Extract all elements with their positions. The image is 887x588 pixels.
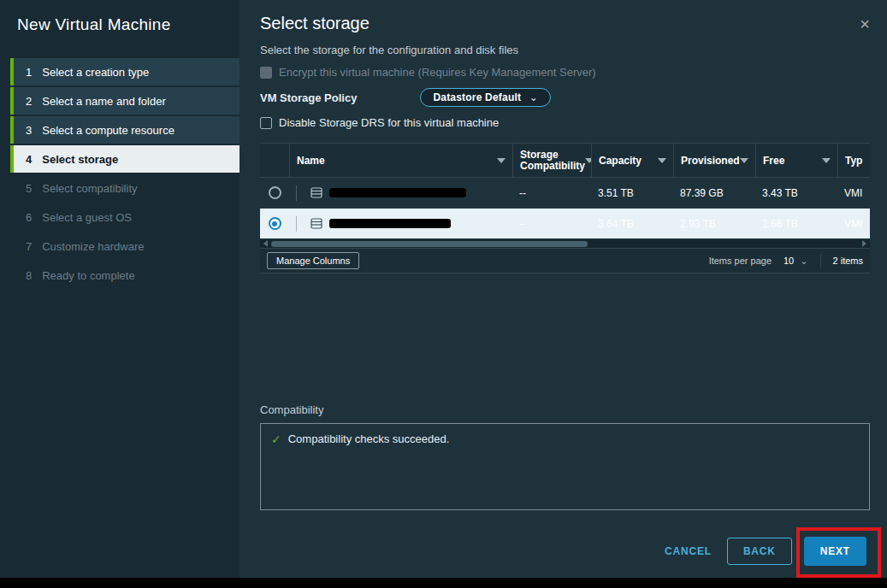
filter-icon[interactable] <box>497 158 506 163</box>
compatibility-message: Compatibility checks succeeded. <box>288 432 450 445</box>
step-label: Select a creation type <box>42 66 149 79</box>
chevron-down-icon: ⌄ <box>529 91 538 103</box>
scroll-right-icon[interactable] <box>862 240 866 247</box>
wizard-title: New Virtual Machine <box>0 0 239 46</box>
step-label: Select storage <box>42 153 118 166</box>
scrollbar-thumb[interactable] <box>271 241 588 247</box>
step-ready-to-complete: 8 Ready to complete <box>10 262 239 289</box>
step-number: 7 <box>26 240 32 253</box>
compatibility-label: Compatibility <box>260 403 870 416</box>
step-customize-hardware: 7 Customize hardware <box>10 232 239 260</box>
step-label: Select compatibility <box>42 182 137 195</box>
step-select-guest-os: 6 Select a guest OS <box>10 203 239 231</box>
filter-icon[interactable] <box>585 158 591 163</box>
row-free-cell: 2.66 TB <box>755 209 837 238</box>
row-capacity-cell: 3.64 TB <box>591 209 673 238</box>
wizard-actions: CANCEL BACK NEXT <box>661 537 866 566</box>
check-icon: ✓ <box>271 432 281 446</box>
datastore-table: Name Storage Compatibility Capacity Prov… <box>260 143 870 273</box>
row-compat-cell: -- <box>512 178 591 208</box>
row-radio-cell <box>260 178 289 208</box>
row-name-cell <box>289 209 512 238</box>
row-radio-cell <box>260 209 289 238</box>
wizard-sidebar: New Virtual Machine 1 Select a creation … <box>0 0 239 578</box>
items-per-page-label: Items per page <box>709 256 772 266</box>
row-type-cell: VMI <box>837 178 870 208</box>
vm-storage-policy-label: VM Storage Policy <box>260 91 357 104</box>
column-header-free[interactable]: Free <box>755 144 837 177</box>
step-number: 4 <box>26 153 32 166</box>
row-capacity-cell: 3.51 TB <box>591 178 673 208</box>
items-per-page-value: 10 <box>784 256 794 266</box>
scroll-left-icon[interactable] <box>263 240 268 247</box>
step-number: 1 <box>26 66 32 79</box>
cell-divider <box>296 185 297 201</box>
filter-icon[interactable] <box>740 158 748 163</box>
step-select-compatibility: 5 Select compatibility <box>10 174 239 202</box>
step-label: Ready to complete <box>42 269 134 282</box>
step-select-compute-resource[interactable]: 3 Select a compute resource <box>10 116 239 144</box>
datastore-icon <box>310 218 322 229</box>
cell-divider <box>296 216 297 232</box>
page-subtitle: Select the storage for the configuration… <box>260 44 870 56</box>
column-header-type[interactable]: Typ <box>837 144 870 177</box>
next-button[interactable]: NEXT <box>804 537 866 566</box>
close-icon[interactable]: × <box>860 17 870 31</box>
column-label: Storage Compatibility <box>520 150 585 172</box>
column-header-capacity[interactable]: Capacity <box>591 144 673 177</box>
storage-policy-dropdown[interactable]: Datastore Default ⌄ <box>420 88 551 107</box>
manage-columns-button[interactable]: Manage Columns <box>267 252 359 269</box>
disable-drs-option[interactable]: Disable Storage DRS for this virtual mac… <box>260 116 870 129</box>
radio-column-header <box>260 144 289 177</box>
redacted-datastore-name <box>329 219 451 228</box>
items-count: 2 items <box>833 256 863 266</box>
disable-drs-checkbox[interactable] <box>260 117 272 129</box>
wizard-steps: 1 Select a creation type 2 Select a name… <box>0 58 239 289</box>
horizontal-scrollbar[interactable] <box>260 239 870 249</box>
cancel-button[interactable]: CANCEL <box>661 538 715 564</box>
datastore-radio-selected[interactable] <box>269 217 281 230</box>
step-number: 2 <box>26 95 32 108</box>
table-header-row: Name Storage Compatibility Capacity Prov… <box>260 144 870 178</box>
filter-icon[interactable] <box>658 158 666 163</box>
step-label: Customize hardware <box>42 240 144 253</box>
step-label: Select a compute resource <box>42 124 174 137</box>
step-select-creation-type[interactable]: 1 Select a creation type <box>10 58 239 85</box>
back-button[interactable]: BACK <box>727 538 792 565</box>
storage-policy-value: Datastore Default <box>433 91 521 103</box>
select-storage-panel: Select storage × Select the storage for … <box>239 0 887 578</box>
datastore-radio-unselected[interactable] <box>269 186 281 199</box>
row-type-cell: VMI <box>837 209 870 238</box>
step-select-name-folder[interactable]: 2 Select a name and folder <box>10 87 239 115</box>
page-title: Select storage <box>260 14 870 33</box>
step-number: 6 <box>26 211 32 224</box>
column-label: Typ <box>845 155 862 167</box>
vm-storage-policy-row: VM Storage Policy Datastore Default ⌄ <box>260 88 870 107</box>
datastore-row-1[interactable]: -- 3.51 TB 87.39 GB 3.43 TB VMI <box>260 178 870 209</box>
column-label: Free <box>763 155 784 167</box>
step-number: 8 <box>26 269 32 282</box>
row-compat-cell: -- <box>512 209 591 238</box>
step-select-storage[interactable]: 4 Select storage <box>10 145 239 173</box>
encrypt-vm-option: Encrypt this virtual machine (Requires K… <box>260 66 870 79</box>
items-per-page-select[interactable]: 10 ⌄ <box>784 256 808 267</box>
column-header-storage-compatibility[interactable]: Storage Compatibility <box>512 144 591 177</box>
disable-drs-label: Disable Storage DRS for this virtual mac… <box>279 116 499 129</box>
footer-divider <box>820 254 821 268</box>
datastore-row-2[interactable]: -- 3.64 TB 2.93 TB 2.66 TB VMI <box>260 209 870 239</box>
column-header-name[interactable]: Name <box>289 144 512 177</box>
row-provisioned-cell: 87.39 GB <box>673 178 755 208</box>
step-label: Select a guest OS <box>42 211 132 224</box>
new-vm-wizard-dialog: New Virtual Machine 1 Select a creation … <box>0 0 887 578</box>
table-footer: Manage Columns Items per page 10 ⌄ 2 ite… <box>260 249 870 273</box>
row-free-cell: 3.43 TB <box>755 178 837 208</box>
encrypt-vm-checkbox <box>260 67 272 79</box>
step-number: 5 <box>26 182 32 195</box>
column-header-provisioned[interactable]: Provisioned <box>673 144 755 177</box>
redacted-datastore-name <box>329 188 466 197</box>
column-label: Provisioned <box>681 155 740 167</box>
encrypt-vm-label: Encrypt this virtual machine (Requires K… <box>279 66 596 79</box>
column-label: Capacity <box>599 155 642 167</box>
filter-icon[interactable] <box>822 158 831 163</box>
row-provisioned-cell: 2.93 TB <box>673 209 755 238</box>
